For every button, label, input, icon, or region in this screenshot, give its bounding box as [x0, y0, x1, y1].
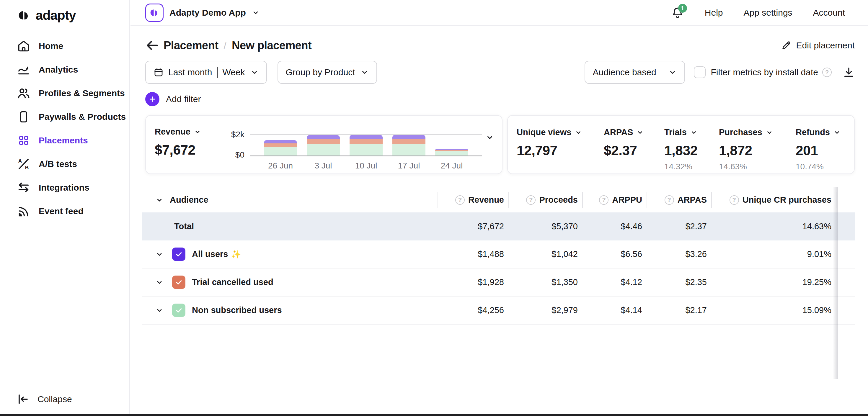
ab-tests-icon: AB: [17, 157, 30, 171]
chevron-down-icon: [575, 129, 582, 136]
sidebar-item-ab-tests[interactable]: AB A/B tests: [0, 152, 129, 176]
sidebar-item-paywalls-products[interactable]: Paywalls & Products: [0, 105, 129, 129]
breadcrumb-parent[interactable]: Placement: [163, 39, 218, 52]
date-range-select[interactable]: Last month Week: [145, 61, 267, 84]
back-button[interactable]: [145, 38, 159, 53]
help-question-icon[interactable]: ?: [599, 195, 609, 205]
chevron-down-icon: [833, 129, 841, 136]
revenue-metric-select[interactable]: Revenue: [155, 127, 228, 137]
expand-row-chevron-icon[interactable]: [156, 279, 163, 286]
check-icon: [175, 250, 183, 258]
total-label: Total: [142, 222, 438, 231]
adapty-logo[interactable]: adapty: [0, 0, 129, 23]
audience-name: Trial cancelled used: [192, 277, 273, 287]
column-header-label: ARPPU: [612, 195, 642, 205]
metric-select[interactable]: Unique views: [517, 127, 604, 137]
adapty-dashboard: adapty Home Analytics Profiles & Segment…: [0, 0, 868, 416]
metric-purchases: Purchases 1,872 14.63%: [719, 127, 796, 173]
metric-label: Unique views: [517, 127, 571, 137]
revenue-chart: $2k $0 26 Jun3 Jul10 Jul17 Jul24 Jul: [228, 127, 482, 173]
audience-cell: Trial cancelled used: [142, 276, 438, 289]
table-total-row: Total $7,672 $5,370 $4.46 $2.37 14.63%: [142, 213, 855, 241]
total-arppu: $4.46: [582, 222, 647, 231]
column-header-label: Audience: [170, 195, 209, 205]
sidebar-item-profiles-segments[interactable]: Profiles & Segments: [0, 82, 129, 105]
main-area: Adapty Demo App 1 Help App settings Acco…: [130, 0, 868, 416]
sidebar-item-placements[interactable]: Placements: [0, 129, 129, 152]
sidebar-item-analytics[interactable]: Analytics: [0, 58, 129, 82]
help-question-icon[interactable]: ?: [730, 195, 739, 205]
help-question-icon[interactable]: ?: [526, 195, 535, 205]
row-checkbox[interactable]: [172, 276, 185, 289]
breadcrumb-row: Placement / New placement Edit placement: [145, 38, 855, 53]
help-question-icon[interactable]: ?: [822, 68, 832, 77]
add-filter-button[interactable]: Add filter: [145, 92, 201, 106]
segment-purple: [307, 135, 340, 139]
account-link[interactable]: Account: [813, 8, 845, 18]
help-question-icon[interactable]: ?: [664, 195, 674, 205]
help-link[interactable]: Help: [705, 8, 723, 18]
help-question-icon[interactable]: ?: [455, 195, 465, 205]
date-granularity-value: Week: [222, 67, 245, 77]
audience-mode-select[interactable]: Audience based: [585, 61, 685, 84]
metric-select[interactable]: Refunds: [796, 127, 848, 137]
group-by-select[interactable]: Group by Product: [278, 61, 377, 84]
app-settings-link[interactable]: App settings: [743, 8, 792, 18]
audience-name: Non subscribed users: [192, 306, 282, 315]
table-row-non-subscribed: Non subscribed users $4,256 $2,979 $4.14…: [142, 296, 855, 324]
metric-trials: Trials 1,832 14.32%: [664, 127, 719, 173]
audience-column-header: Audience: [142, 192, 438, 208]
row-checkbox[interactable]: [172, 303, 185, 317]
app-selector[interactable]: Adapty Demo App: [145, 4, 259, 22]
metric-sub: 14.63%: [719, 162, 796, 171]
plus-icon: [145, 92, 159, 106]
expand-row-chevron-icon[interactable]: [156, 307, 163, 314]
edit-placement-button[interactable]: Edit placement: [781, 40, 855, 51]
sidebar-item-event-feed[interactable]: Event feed: [0, 199, 129, 223]
check-icon: [175, 278, 183, 286]
arrow-left-icon: [145, 39, 159, 52]
bar-10-jul: [349, 135, 383, 156]
expand-row-chevron-icon[interactable]: [156, 251, 163, 258]
home-icon: [17, 39, 30, 53]
proceeds-column-header: ?Proceeds: [508, 192, 582, 208]
metric-arpas: ARPAS $2.37: [604, 127, 664, 173]
row-checkbox[interactable]: [172, 248, 185, 261]
x-axis-tick: 26 Jun: [264, 161, 297, 170]
total-proceeds: $5,370: [508, 222, 582, 231]
install-date-checkbox[interactable]: [694, 66, 706, 78]
revenue-chart-labels: 26 Jun3 Jul10 Jul17 Jul24 Jul: [250, 161, 482, 170]
cell-revenue: $1,488: [438, 249, 508, 259]
logo-wordmark: adapty: [36, 8, 76, 23]
metric-select[interactable]: ARPAS: [604, 127, 664, 137]
revenue-total-value: $7,672: [155, 142, 228, 158]
sidebar-item-home[interactable]: Home: [0, 34, 129, 58]
sidebar-item-label: Profiles & Segments: [39, 88, 125, 98]
chevron-down-icon[interactable]: [156, 196, 163, 204]
chevron-down-icon: [766, 129, 773, 136]
sidebar-item-label: Paywalls & Products: [39, 112, 126, 122]
svg-text:A: A: [18, 158, 22, 164]
collapse-chart-button[interactable]: [482, 127, 498, 173]
chevron-down-icon: [194, 128, 201, 135]
download-button[interactable]: [843, 66, 855, 78]
cell-arpas: $3.26: [647, 249, 711, 259]
sidebar-collapse-button[interactable]: Collapse: [17, 393, 72, 405]
sidebar-item-label: Analytics: [39, 65, 78, 75]
notifications-button[interactable]: 1: [671, 6, 684, 19]
sidebar-item-integrations[interactable]: Integrations: [0, 176, 129, 199]
audience-mode-value: Audience based: [593, 67, 656, 77]
metric-select[interactable]: Trials: [664, 127, 719, 137]
profiles-icon: [17, 87, 30, 100]
metric-select[interactable]: Purchases: [719, 127, 796, 137]
x-axis-tick: 10 Jul: [349, 161, 383, 170]
content: Placement / New placement Edit placement…: [130, 38, 868, 324]
sidebar-item-label: Integrations: [39, 183, 89, 193]
table-row-all-users: All users ✨ $1,488 $1,042 $6.56 $3.26 9.…: [142, 241, 855, 268]
collapse-icon: [17, 393, 29, 405]
cell-proceeds: $1,042: [508, 249, 582, 259]
revenue-column-header: ?Revenue: [438, 192, 508, 208]
breadcrumb: Placement / New placement: [163, 39, 311, 52]
metric-sub: 14.32%: [664, 162, 719, 171]
cell-proceeds: $2,979: [508, 306, 582, 315]
